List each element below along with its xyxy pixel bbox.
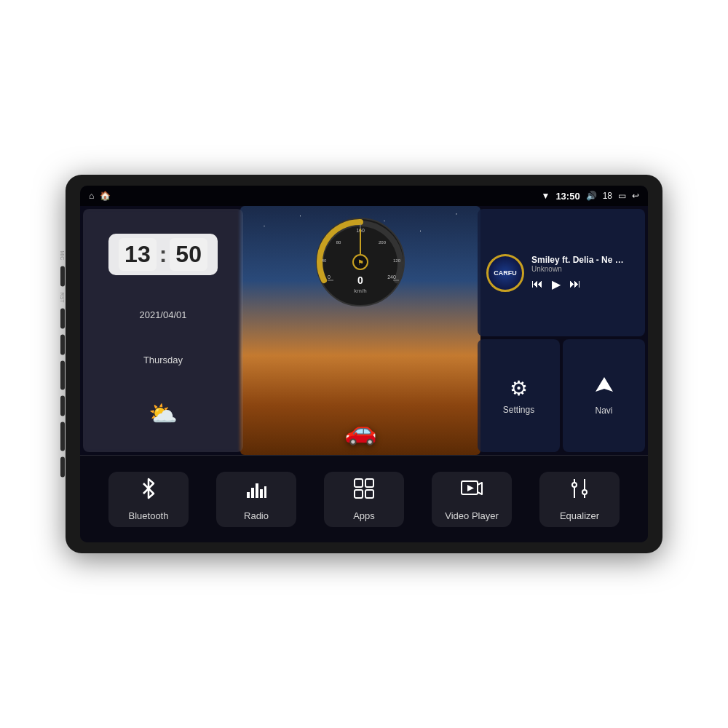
svg-rect-19 [256,483,258,498]
back-icon[interactable]: ↩ [632,191,639,201]
clock-display: 13 : 50 [108,234,218,275]
svg-rect-21 [264,486,266,498]
video-player-icon [461,478,483,505]
speedometer-panel: 160 0 240 80 200 40 120 ⚑ [246,209,475,452]
equalizer-icon [569,478,590,505]
video-player-label: Video Player [445,510,498,521]
svg-point-31 [582,490,587,494]
bluetooth-icon [138,478,159,505]
play-button[interactable]: ▶ [552,277,561,291]
mic-button[interactable] [60,266,65,286]
bluetooth-label: Bluetooth [129,510,169,521]
side-btn-3[interactable] [60,395,65,416]
music-info: Smiley ft. Delia - Ne v... Unknown ⏮ ▶ ⏭ [531,255,636,291]
status-bar: ⌂ 🏠 ▼ 13:50 🔊 18 ▭ ↩ [80,186,648,206]
svg-rect-25 [365,490,373,498]
speaker-icon: 🔊 [586,191,597,201]
day-display: Thursday [143,355,183,365]
settings-navi-panels: ⚙ Settings Navi [478,339,645,452]
car-icon: 🚗 [344,416,377,446]
side-btn-4[interactable] [60,422,65,451]
clock-colon: : [159,241,167,268]
bottom-dock: Bluetooth Radio [80,455,648,542]
side-button-panel: MIC RST [60,251,65,478]
speedometer: 160 0 240 80 200 40 120 ⚑ [313,215,408,309]
home-icon[interactable]: ⌂ [89,191,94,201]
svg-marker-27 [467,485,474,491]
mic-label: MIC [60,251,65,261]
clock-weather-panel: 13 : 50 2021/04/01 Thursday ⛅ [83,209,243,452]
battery-icon: ▭ [618,191,626,201]
music-artist: Unknown [531,265,636,273]
navi-label: Navi [595,405,612,416]
svg-text:200: 200 [379,240,387,245]
svg-text:⚑: ⚑ [357,258,364,266]
right-panels: CARFU Smiley ft. Delia - Ne v... Unknown… [478,209,645,452]
navi-icon [594,376,614,401]
settings-label: Settings [503,405,534,415]
wifi-icon: ▼ [542,191,550,201]
apps-label: Apps [353,510,375,521]
music-title: Smiley ft. Delia - Ne v... [531,255,626,265]
side-btn-1[interactable] [60,334,65,355]
status-bar-right: ▼ 13:50 🔊 18 ▭ ↩ [542,191,640,202]
bluetooth-button[interactable]: Bluetooth [108,472,189,527]
video-player-button[interactable]: Video Player [432,472,512,527]
apps-button[interactable]: Apps [324,472,404,527]
car-head-unit: MIC RST ⌂ 🏠 ▼ 13:50 🔊 18 ▭ ↩ [66,175,662,553]
apps-icon [353,478,375,505]
side-btn-2[interactable] [60,360,65,389]
svg-text:0: 0 [357,274,363,286]
side-btn-5[interactable] [60,456,65,477]
svg-text:240: 240 [387,274,396,280]
date-display: 2021/04/01 [139,309,186,320]
svg-rect-22 [355,479,363,487]
screen: ⌂ 🏠 ▼ 13:50 🔊 18 ▭ ↩ [80,186,648,542]
status-bar-left: ⌂ 🏠 [89,191,111,201]
settings-icon: ⚙ [510,376,528,400]
main-content: 13 : 50 2021/04/01 Thursday ⛅ [80,206,648,542]
music-controls: ⏮ ▶ ⏭ [531,277,636,291]
svg-text:0: 0 [328,274,331,280]
equalizer-button[interactable]: Equalizer [539,472,620,527]
svg-rect-18 [251,488,254,498]
svg-text:km/h: km/h [354,288,366,294]
svg-rect-23 [365,479,373,487]
svg-rect-24 [355,490,363,498]
rst-label: RST [60,292,65,302]
status-time: 13:50 [555,191,579,202]
clock-minutes: 50 [170,238,207,271]
settings-panel[interactable]: ⚙ Settings [478,339,560,452]
next-button[interactable]: ⏭ [569,277,581,290]
music-logo-text: CARFU [494,269,517,277]
svg-text:80: 80 [336,240,341,245]
house2-icon[interactable]: 🏠 [100,191,111,201]
svg-text:40: 40 [322,258,327,263]
prev-button[interactable]: ⏮ [531,277,543,290]
top-panels: 13 : 50 2021/04/01 Thursday ⛅ [80,206,648,455]
svg-rect-20 [260,489,263,498]
svg-marker-16 [596,377,613,392]
radio-icon [245,478,267,505]
music-logo: CARFU [486,254,524,292]
svg-point-28 [572,483,577,487]
radio-label: Radio [244,510,269,521]
clock-hours: 13 [119,238,157,271]
navi-panel[interactable]: Navi [563,339,645,452]
music-panel[interactable]: CARFU Smiley ft. Delia - Ne v... Unknown… [478,209,645,336]
weather-icon: ⛅ [149,400,178,427]
rst-button[interactable] [60,308,65,328]
volume-level: 18 [603,191,612,201]
equalizer-label: Equalizer [560,510,599,521]
svg-text:120: 120 [393,258,401,263]
radio-button[interactable]: Radio [216,472,296,527]
svg-rect-17 [247,492,250,498]
